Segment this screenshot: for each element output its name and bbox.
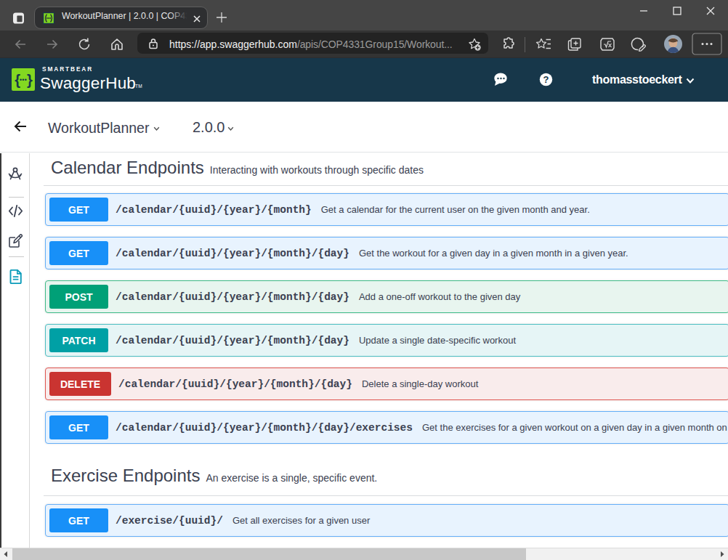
svg-text:?: ? [543,74,549,85]
svg-text:{: { [15,72,20,88]
svg-text:}: } [27,72,33,88]
